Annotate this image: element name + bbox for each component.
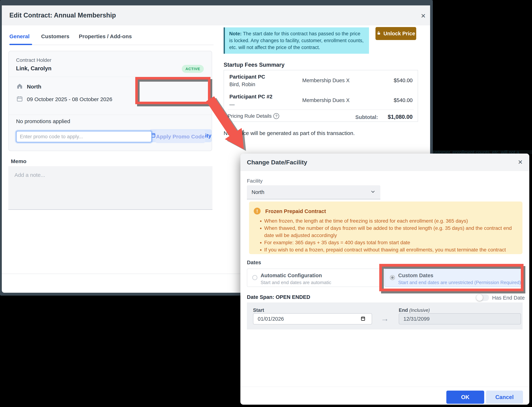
- warning-bullet: For example: 365 days + 35 days = 400 da…: [264, 239, 517, 246]
- warning-title: Frozen Prepaid Contract: [265, 208, 326, 214]
- date-span-label: Date Span: OPEN ENDED: [247, 294, 310, 300]
- tab-general[interactable]: General: [9, 31, 30, 42]
- status-badge: ACTIVE: [182, 65, 204, 73]
- facility-name: North: [27, 84, 41, 90]
- facility-label: Facility: [247, 178, 262, 184]
- cancel-button[interactable]: Cancel: [486, 391, 523, 404]
- price-locked-note: Note: The start date for this contract h…: [224, 27, 369, 54]
- pricing-rule-details-link[interactable]: Pricing Rule Details ?: [228, 113, 279, 119]
- highlight-box-custom-dates: [379, 264, 524, 291]
- radio-icon[interactable]: [252, 275, 257, 280]
- fee-row-amount: $540.00: [394, 97, 413, 103]
- help-icon[interactable]: ?: [273, 113, 279, 119]
- contract-holder-name: Link, Carolyn: [16, 65, 51, 72]
- fee-row-amount: $540.00: [394, 78, 413, 83]
- divider: [9, 115, 212, 115]
- warning-bullet: If you wish to end a frozen, prepaid con…: [264, 246, 517, 253]
- footer-divider: [240, 387, 529, 387]
- highlight-box-change-button: [135, 77, 210, 104]
- startup-fees-heading: Startup Fees Summary: [224, 62, 285, 68]
- apply-promo-button[interactable]: Apply Promo Code: [155, 130, 205, 143]
- end-label-note: (Inclusive): [409, 308, 430, 313]
- end-date-input[interactable]: [399, 313, 521, 324]
- chevron-down-icon: [370, 189, 376, 195]
- radio-subtitle: Start and end dates are automatic: [261, 280, 331, 285]
- radio-automatic-configuration[interactable]: Automatic Configuration Start and end da…: [247, 269, 380, 287]
- tab-customers[interactable]: Customers: [41, 31, 69, 42]
- active-tab-indicator: [9, 44, 32, 45]
- dates-label: Dates: [247, 259, 261, 266]
- arrow-right-icon: →: [381, 314, 389, 323]
- note-body: The start date for this contract has pas…: [229, 31, 364, 50]
- warning-icon: !: [254, 208, 261, 214]
- radio-title: Automatic Configuration: [261, 273, 322, 279]
- promotions-status: No promotions applied: [16, 118, 70, 124]
- start-date-label: Start: [253, 307, 264, 313]
- tab-divider: [9, 45, 214, 45]
- calendar-icon: [16, 95, 23, 103]
- warning-bullet: When frozen, the length at the time of f…: [264, 217, 517, 225]
- fee-row-subtitle: Bird, Robin: [229, 81, 255, 87]
- tab-properties-addons[interactable]: Properties / Add-ons: [79, 31, 132, 42]
- home-icon: [16, 83, 23, 90]
- end-label-text: End: [399, 307, 408, 313]
- screen: changes to facility, customer, enrollmen…: [0, 0, 532, 407]
- memo-label: Memo: [11, 158, 26, 164]
- close-icon[interactable]: ✕: [516, 158, 524, 166]
- fee-row-subtitle: —: [229, 102, 235, 108]
- facility-select-value: North: [252, 189, 264, 195]
- memo-textarea[interactable]: [8, 166, 213, 210]
- unlock-price-label: Unlock Price: [383, 31, 415, 37]
- warning-bullet-list: When frozen, the length at the time of f…: [259, 217, 517, 253]
- end-date-label: End (Inclusive): [399, 307, 430, 313]
- edit-contract-title: Edit Contract: Annual Membership: [9, 5, 116, 25]
- ok-button[interactable]: OK: [446, 391, 484, 404]
- note-prefix: Note:: [229, 31, 242, 36]
- subtotal-amount: $1,080.00: [388, 114, 413, 120]
- pricing-rule-details-label: Pricing Rule Details: [228, 113, 272, 119]
- toggle-knob[interactable]: [476, 294, 483, 301]
- unlock-price-button[interactable]: Unlock Price: [375, 27, 416, 40]
- fee-row-item: Membership Dues X: [302, 97, 350, 103]
- has-end-date-label: Has End Date: [492, 295, 525, 301]
- calendar-icon[interactable]: [360, 316, 365, 322]
- contract-holder-label: Contract Holder: [16, 57, 51, 63]
- startup-fees-table: Participant PC Bird, Robin Membership Du…: [224, 70, 418, 122]
- start-date-input[interactable]: [253, 313, 372, 324]
- unlock-icon: [377, 31, 381, 37]
- promo-code-input[interactable]: [16, 131, 152, 142]
- has-end-date-toggle[interactable]: [476, 294, 489, 301]
- warning-bullet: When thawed, the number of days frozen w…: [264, 225, 517, 239]
- frozen-contract-warning: ! Frozen Prepaid Contract When frozen, t…: [249, 202, 523, 254]
- fee-row-item: Membership Dues X: [302, 78, 350, 83]
- fee-row-title: Participant PC: [229, 74, 265, 80]
- close-icon[interactable]: ✕: [419, 12, 427, 20]
- subtotal-label: Subtotal:: [355, 114, 378, 120]
- contract-date-range: 09 October 2025 - 08 October 2026: [27, 96, 112, 102]
- fee-row-title: Participant PC #2: [229, 94, 272, 100]
- change-modal-title: Change Date/Facility: [247, 154, 307, 171]
- change-date-facility-modal: Change Date/Facility ✕ Facility North ! …: [240, 154, 529, 405]
- invoice-note: No invoice will be generated as part of …: [224, 130, 355, 136]
- divider: [228, 110, 414, 110]
- date-span-panel: Start → End (Inclusive): [247, 302, 523, 329]
- facility-select[interactable]: North: [247, 185, 380, 199]
